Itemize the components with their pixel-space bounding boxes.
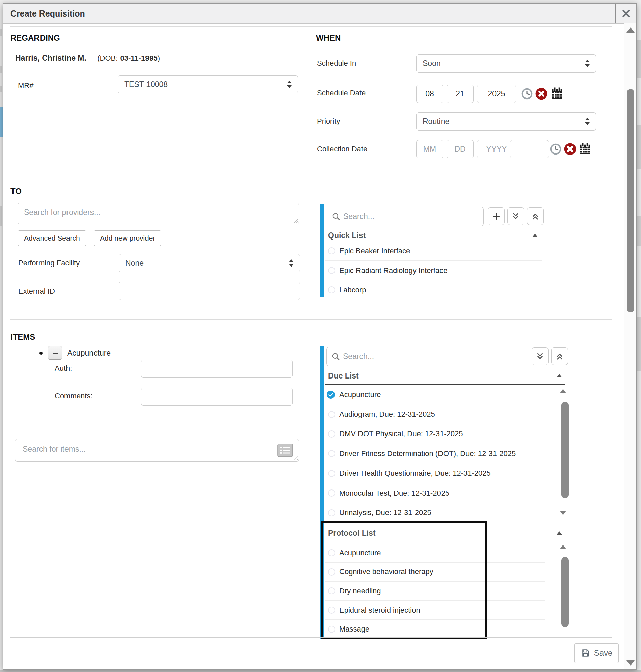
due-list-item[interactable]: Urinalysis, Due: 12-31-2025: [325, 503, 547, 522]
protocol-list-item[interactable]: Dry needling: [325, 582, 545, 601]
radio-icon: [328, 509, 335, 517]
due-list-item[interactable]: Audiogram, Due: 12-31-2025: [325, 405, 547, 424]
scroll-up-arrow[interactable]: [560, 545, 566, 549]
list-item-label: Driver Fitness Determination (DOT), Due:…: [339, 449, 516, 458]
when-heading: WHEN: [316, 33, 341, 43]
add-provider-list-button[interactable]: [488, 208, 505, 225]
list-item-label: Urinalysis, Due: 12-31-2025: [339, 508, 432, 517]
schedule-year-input[interactable]: [477, 85, 516, 103]
schedule-month-input[interactable]: [416, 85, 443, 103]
remove-item-icon: [53, 352, 58, 353]
due-list-item[interactable]: Driver Fitness Determination (DOT), Due:…: [325, 444, 547, 463]
collection-month-input[interactable]: [416, 140, 443, 158]
advanced-search-button[interactable]: Advanced Search: [17, 230, 86, 246]
performing-facility-select[interactable]: None: [119, 254, 300, 272]
quick-list-title: Quick List: [328, 231, 366, 240]
collapse-all-button[interactable]: [527, 208, 544, 225]
list-item-label: Epic Beaker Interface: [339, 247, 410, 255]
scroll-up-arrow[interactable]: [627, 27, 635, 33]
patient-name: Harris, Christine M.: [15, 54, 86, 62]
checked-icon: [326, 390, 335, 399]
bullet-icon: [40, 351, 42, 354]
items-panel-search: [326, 347, 528, 366]
due-list-item[interactable]: Acupuncture: [325, 385, 547, 405]
save-button[interactable]: Save: [574, 643, 619, 663]
radio-icon: [328, 606, 335, 614]
schedule-day-input[interactable]: [447, 85, 474, 103]
scrollbar-thumb[interactable]: [627, 89, 634, 312]
scroll-down-arrow[interactable]: [627, 660, 635, 666]
mr-select[interactable]: TEST-10008: [118, 75, 298, 94]
protocol-list-item[interactable]: Epidural steroid injection: [325, 601, 545, 620]
due-list-item[interactable]: Driver Health Questionnaire, Due: 12-31-…: [325, 464, 547, 484]
quick-list-item[interactable]: Epic Radiant Radiology Interface: [325, 261, 543, 280]
radio-icon: [328, 431, 335, 437]
search-icon: [331, 352, 340, 361]
clear-date-icon[interactable]: [564, 143, 576, 155]
time-picker-icon[interactable]: [549, 143, 562, 155]
add-new-provider-button[interactable]: Add new provider: [94, 230, 161, 246]
expand-all-button[interactable]: [507, 208, 524, 225]
list-item-label: Acupuncture: [339, 390, 381, 399]
chevron-double-up-icon: [531, 212, 540, 221]
radio-icon: [328, 549, 335, 556]
close-button[interactable]: [615, 4, 636, 23]
to-heading: TO: [11, 186, 22, 196]
radio-icon: [328, 267, 335, 274]
expand-all-button[interactable]: [532, 348, 548, 365]
protocol-list-title: Protocol List: [328, 529, 376, 538]
panel-accent-bar: [320, 346, 324, 639]
protocol-list-item[interactable]: Cognitive behavioral therapy: [325, 563, 545, 582]
items-heading: ITEMS: [11, 332, 35, 342]
radio-icon: [328, 587, 335, 594]
list-item-label: Labcorp: [339, 286, 366, 294]
item-search-input[interactable]: [15, 439, 299, 462]
protocol-list-item[interactable]: Massage: [325, 620, 545, 639]
patient-line: Harris, Christine M. (DOB: 03-11-1995): [15, 54, 160, 63]
quick-list-item[interactable]: Labcorp: [325, 280, 543, 300]
collapse-all-button[interactable]: [551, 348, 568, 365]
background-fragment: [637, 216, 641, 246]
auth-input[interactable]: [141, 360, 292, 378]
quicklist-search-input[interactable]: [341, 208, 479, 225]
comments-input[interactable]: [141, 388, 292, 406]
due-list-item[interactable]: Monocular Test, Due: 12-31-2025: [325, 484, 547, 503]
schedule-in-select[interactable]: Soon: [416, 54, 596, 72]
items-search-input[interactable]: [340, 348, 523, 365]
radio-icon: [328, 286, 335, 294]
list-item-label: Massage: [339, 625, 369, 633]
item-list-icon[interactable]: [277, 444, 293, 457]
calendar-icon[interactable]: [550, 86, 564, 100]
radio-icon: [328, 247, 335, 254]
scrollbar-thumb[interactable]: [561, 402, 569, 498]
list-item-label: Epidural steroid injection: [339, 606, 420, 615]
protocol-list-item[interactable]: Acupuncture: [325, 544, 545, 563]
list-item-label: Cognitive behavioral therapy: [339, 568, 433, 576]
scroll-up-arrow[interactable]: [560, 389, 566, 393]
priority-select[interactable]: Routine: [416, 112, 596, 130]
provider-search-input[interactable]: [17, 203, 299, 224]
collapse-section-icon[interactable]: [557, 531, 562, 535]
clear-date-icon[interactable]: [535, 87, 548, 100]
collection-day-input[interactable]: [447, 140, 474, 158]
external-id-input[interactable]: [119, 282, 300, 300]
scrollbar-thumb[interactable]: [561, 557, 569, 627]
due-list-item[interactable]: DMV DOT Physical, Due: 12-31-2025: [325, 424, 547, 444]
schedule-date-label: Schedule Date: [317, 89, 366, 98]
divider: [11, 637, 612, 638]
collection-time-input[interactable]: [510, 140, 549, 158]
collapse-section-icon[interactable]: [532, 234, 538, 237]
selected-item-label: Acupuncture: [67, 349, 111, 358]
regarding-heading: REGARDING: [11, 33, 60, 43]
remove-item-button[interactable]: [48, 346, 62, 360]
chevron-double-down-icon: [536, 352, 544, 361]
due-list-title: Due List: [328, 372, 359, 380]
scroll-down-arrow[interactable]: [560, 511, 566, 515]
time-picker-icon[interactable]: [520, 87, 533, 100]
quick-list-item[interactable]: Epic Beaker Interface: [325, 241, 543, 261]
performing-facility-label: Performing Facility: [18, 259, 80, 267]
background-fragment: [0, 107, 3, 137]
background-fragment: [637, 41, 641, 78]
collapse-section-icon[interactable]: [557, 374, 562, 378]
calendar-icon[interactable]: [578, 142, 592, 156]
